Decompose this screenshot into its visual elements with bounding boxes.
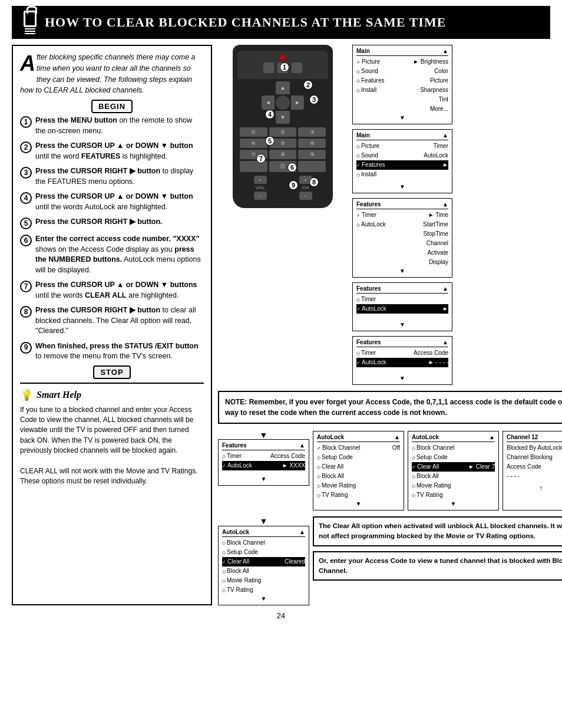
step-1: 1 Press the MENU button on the remote to… <box>20 116 204 136</box>
begin-label: BEGIN <box>91 100 133 113</box>
panel-row-selected: ✓Clear All ► Clear 7 <box>412 462 495 472</box>
step-4-num: 4 <box>20 192 32 204</box>
panel-4-title: Features ▲ <box>356 285 448 294</box>
numpad: ① ② ③ ④ ⑤ ⑥ ⑦ ⑧ ⑨ ⓪ <box>240 127 326 172</box>
overlay-9: 9 <box>289 180 298 190</box>
panel-row-selected: ✓AutoLock ► XXXX <box>222 461 305 470</box>
intro-text: A fter blocking specific channels there … <box>20 52 204 96</box>
step-2-text: Press the CURSOR UP ▲ or DOWN ▼ button u… <box>35 141 204 162</box>
bottom-middle-title: AutoLock ▲ <box>317 433 400 442</box>
step-8-num: 8 <box>20 306 32 318</box>
panel-row: ◇Movie Rating <box>222 576 305 585</box>
menu-panel-1: Main ▲ ✓Picture ► Brightness ◇Sound Colo… <box>352 45 452 124</box>
step-8: 8 Press the CURSOR RIGHT ▶ button to cle… <box>20 305 204 337</box>
bottom-left-title: Features ▲ <box>222 442 305 450</box>
panel-row: ◇Block All <box>317 472 400 481</box>
rbtn-1 <box>263 62 274 73</box>
step-3-text: Press the CURSOR RIGHT ▶ button to displ… <box>35 166 204 187</box>
bottom-right-group: AutoLock ▲ ◇Block Channel ◇Setup Code ✓C… <box>408 431 562 510</box>
rbtn-3 <box>292 62 302 73</box>
key-6: ⑥ <box>298 139 326 148</box>
panel-row: More... <box>356 104 448 114</box>
panel-row: ◇Sound AutoLock <box>356 151 448 160</box>
panel-row: ◇Sound Color <box>356 67 448 76</box>
remote-illustration: ▲ ▼ ◄ ► ① ② ③ ④ ⑤ ⑥ ⑦ ⑧ <box>218 45 348 208</box>
panel-row: ◇Setup Code <box>317 453 400 462</box>
lock-icon <box>24 11 37 27</box>
caption-left-text: The Clear All option when activated will… <box>319 522 562 539</box>
channel12-title: Channel 12 <box>507 433 562 442</box>
panel-row: ◇TV Rating <box>412 490 495 500</box>
captions-area: The Clear All option when activated will… <box>313 516 562 605</box>
step-5-text: Press the CURSOR RIGHT ▶ button. <box>35 217 163 228</box>
panel-1-title: Main ▲ <box>356 47 448 56</box>
bottom-left-group: ▼ Features ▲ ◇Timer Access Code ✓AutoLoc… <box>218 431 309 486</box>
step-9-text: When finished, press the STATUS /EXIT bu… <box>35 341 204 362</box>
panel-row-selected: ✓AutoLock ► - - - - <box>356 358 448 367</box>
dpad-up: ▲ <box>276 81 290 94</box>
vol-up: + <box>254 176 267 184</box>
intro-body: fter blocking specific channels there ma… <box>20 53 196 94</box>
bottom-clear7-title: AutoLock ▲ <box>412 433 495 442</box>
panel-row: Channel <box>356 239 448 248</box>
bottom-panel-left: Features ▲ ◇Timer Access Code ✓AutoLock … <box>218 439 309 486</box>
panel-row: ◇Timer <box>356 295 448 304</box>
key-3: ③ <box>298 127 326 137</box>
volume-control: + VOL − <box>254 176 267 200</box>
panel-row: ◇Clear All <box>317 462 400 472</box>
panel-row-selected: ✓AutoLock ► <box>356 304 448 314</box>
step-6: 6 Enter the correct access code number. … <box>20 234 204 275</box>
vol-down: − <box>254 192 267 200</box>
note-box: NOTE: Remember, if you ever forget your … <box>218 391 562 424</box>
menu-panel-3: Features ▲ ✓Timer ► Time ◇AutoLock Start… <box>352 198 452 278</box>
power-button <box>280 54 286 60</box>
ch-down: − <box>299 192 312 200</box>
panel-row: ◇Movie Rating <box>412 481 495 490</box>
panel-row: Display <box>356 258 448 267</box>
step-6-text: Enter the correct access code number. "X… <box>35 234 204 275</box>
panel-row: ◇Timer Access Code <box>356 348 448 358</box>
step-5: 5 Press the CURSOR RIGHT ▶ button. <box>20 217 204 229</box>
lines-icon <box>25 28 35 34</box>
panel-row: ◇Block Channel <box>412 443 495 453</box>
overlay-5: 5 <box>265 136 275 146</box>
panel-row: ◇Picture Timer <box>356 141 448 151</box>
panel-row-selected: ✓Features ► <box>356 160 448 170</box>
panel-row: ◇TV Rating <box>317 490 400 500</box>
key-blank2 <box>298 161 326 172</box>
dpad-center <box>276 95 290 110</box>
step-3-num: 3 <box>20 167 32 179</box>
panel-row: Tint <box>356 95 448 104</box>
smart-help-section: 💡 Smart Help If you tune to a blocked ch… <box>20 383 204 487</box>
overlay-6: 6 <box>287 163 297 172</box>
menu-panel-5: Features ▲ ◇Timer Access Code ✓AutoLock … <box>352 336 452 385</box>
step-2-num: 2 <box>20 141 32 153</box>
panel-row: ◇Install Sharpness <box>356 85 448 95</box>
main-content: A fter blocking specific channels there … <box>12 45 550 605</box>
bottom-panel-cleared: AutoLock ▲ ◇Block Channel ◇Setup Code ✓C… <box>218 526 309 605</box>
panel-row: ◇TV Rating <box>222 585 305 595</box>
panel-row: ◇Install <box>356 170 448 179</box>
key-1: ① <box>240 127 267 137</box>
panel-row: ◇Movie Rating <box>317 481 400 490</box>
step-3: 3 Press the CURSOR RIGHT ▶ button to dis… <box>20 166 204 187</box>
panel-2-title: Main ▲ <box>356 131 448 140</box>
caption-left: The Clear All option when activated will… <box>313 516 562 546</box>
panel-row: ◇Features Picture <box>356 76 448 85</box>
key-4: ④ <box>240 139 267 148</box>
panel-row: ◇Setup Code <box>222 548 305 557</box>
arrow-down-icon: ▼ <box>260 431 268 439</box>
header-icon <box>24 11 37 34</box>
left-column: A fter blocking specific channels there … <box>12 45 212 605</box>
bottom-panel-middle: AutoLock ▲ ✓Block Channel Off ◇Setup Cod… <box>313 431 404 510</box>
page-title: How to Clear Blocked Channels at the Sam… <box>45 15 446 30</box>
panel-row-selected: ✓Clear All Cleared <box>222 557 305 566</box>
begin-badge: BEGIN <box>20 102 204 111</box>
panel-row: - - - - <box>507 472 562 481</box>
step-9: 9 When finished, press the STATUS /EXIT … <box>20 341 204 362</box>
caption-right-text: Or, enter your Access Code to view a tun… <box>319 557 562 574</box>
panel-row: StopTime <box>356 229 448 239</box>
arrow-down-2-icon: ▼ <box>260 516 268 526</box>
panel-row: ✓Picture ► Brightness <box>356 57 448 67</box>
step-4-text: Press the CURSOR UP ▲ or DOWN ▼ button u… <box>35 192 204 212</box>
